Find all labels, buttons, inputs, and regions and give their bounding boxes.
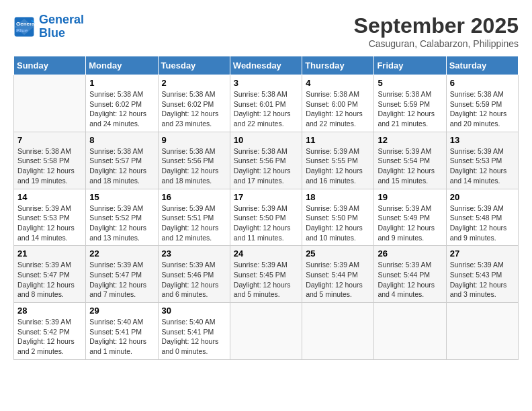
- day-info: Sunrise: 5:38 AM Sunset: 5:56 PM Dayligh…: [234, 146, 298, 186]
- day-info: Sunrise: 5:38 AM Sunset: 5:59 PM Dayligh…: [450, 89, 515, 129]
- calendar-cell: 11Sunrise: 5:39 AM Sunset: 5:55 PM Dayli…: [302, 132, 374, 189]
- calendar-cell: 23Sunrise: 5:39 AM Sunset: 5:46 PM Dayli…: [158, 246, 230, 303]
- day-number: 18: [306, 192, 370, 202]
- calendar-cell: 29Sunrise: 5:40 AM Sunset: 5:41 PM Dayli…: [86, 303, 158, 360]
- day-info: Sunrise: 5:38 AM Sunset: 5:58 PM Dayligh…: [17, 146, 82, 186]
- calendar-cell: 28Sunrise: 5:39 AM Sunset: 5:42 PM Dayli…: [14, 303, 86, 360]
- day-number: 2: [162, 78, 226, 88]
- day-number: 6: [450, 78, 515, 88]
- day-number: 23: [162, 248, 226, 259]
- day-number: 26: [378, 248, 442, 259]
- day-number: 8: [89, 135, 154, 145]
- calendar-table: SundayMondayTuesdayWednesdayThursdayFrid…: [13, 56, 519, 360]
- day-info: Sunrise: 5:39 AM Sunset: 5:43 PM Dayligh…: [450, 260, 515, 300]
- calendar-cell: 7Sunrise: 5:38 AM Sunset: 5:58 PM Daylig…: [14, 132, 86, 189]
- day-info: Sunrise: 5:39 AM Sunset: 5:48 PM Dayligh…: [450, 203, 515, 243]
- calendar-cell: 8Sunrise: 5:38 AM Sunset: 5:57 PM Daylig…: [86, 132, 158, 189]
- calendar-cell: 25Sunrise: 5:39 AM Sunset: 5:44 PM Dayli…: [302, 246, 374, 303]
- calendar-cell: 1Sunrise: 5:38 AM Sunset: 6:02 PM Daylig…: [86, 75, 158, 132]
- calendar-cell: 22Sunrise: 5:39 AM Sunset: 5:47 PM Dayli…: [86, 246, 158, 303]
- day-number: 15: [89, 192, 154, 202]
- col-header-thursday: Thursday: [302, 56, 374, 75]
- calendar-cell: 2Sunrise: 5:38 AM Sunset: 6:02 PM Daylig…: [158, 75, 230, 132]
- day-info: Sunrise: 5:39 AM Sunset: 5:55 PM Dayligh…: [306, 146, 370, 186]
- day-number: 28: [17, 306, 82, 316]
- calendar-cell: [14, 75, 86, 132]
- day-info: Sunrise: 5:39 AM Sunset: 5:46 PM Dayligh…: [162, 260, 226, 300]
- day-number: 14: [17, 192, 82, 202]
- day-info: Sunrise: 5:38 AM Sunset: 6:02 PM Dayligh…: [162, 89, 226, 129]
- page-header: General Blue General Blue September 2025…: [13, 13, 519, 49]
- day-info: Sunrise: 5:39 AM Sunset: 5:52 PM Dayligh…: [89, 203, 154, 243]
- day-number: 20: [450, 192, 515, 202]
- logo: General Blue General Blue: [13, 13, 84, 40]
- calendar-cell: 27Sunrise: 5:39 AM Sunset: 5:43 PM Dayli…: [446, 246, 518, 303]
- calendar-cell: 12Sunrise: 5:39 AM Sunset: 5:54 PM Dayli…: [374, 132, 446, 189]
- day-number: 11: [306, 135, 370, 145]
- day-info: Sunrise: 5:40 AM Sunset: 5:41 PM Dayligh…: [89, 317, 154, 357]
- week-row-2: 7Sunrise: 5:38 AM Sunset: 5:58 PM Daylig…: [14, 132, 519, 189]
- svg-text:General: General: [16, 21, 35, 27]
- col-header-wednesday: Wednesday: [230, 56, 302, 75]
- calendar-cell: 10Sunrise: 5:38 AM Sunset: 5:56 PM Dayli…: [230, 132, 302, 189]
- day-info: Sunrise: 5:38 AM Sunset: 5:59 PM Dayligh…: [378, 89, 442, 129]
- calendar-cell: [446, 303, 518, 360]
- day-info: Sunrise: 5:38 AM Sunset: 6:01 PM Dayligh…: [234, 89, 298, 129]
- calendar-cell: 17Sunrise: 5:39 AM Sunset: 5:50 PM Dayli…: [230, 189, 302, 246]
- day-info: Sunrise: 5:39 AM Sunset: 5:47 PM Dayligh…: [89, 260, 154, 300]
- calendar-cell: 19Sunrise: 5:39 AM Sunset: 5:49 PM Dayli…: [374, 189, 446, 246]
- col-header-friday: Friday: [374, 56, 446, 75]
- calendar-cell: 26Sunrise: 5:39 AM Sunset: 5:44 PM Dayli…: [374, 246, 446, 303]
- calendar-cell: [302, 303, 374, 360]
- day-info: Sunrise: 5:39 AM Sunset: 5:53 PM Dayligh…: [450, 146, 515, 186]
- col-header-monday: Monday: [86, 56, 158, 75]
- calendar-cell: 16Sunrise: 5:39 AM Sunset: 5:51 PM Dayli…: [158, 189, 230, 246]
- calendar-cell: 14Sunrise: 5:39 AM Sunset: 5:53 PM Dayli…: [14, 189, 86, 246]
- week-row-3: 14Sunrise: 5:39 AM Sunset: 5:53 PM Dayli…: [14, 189, 519, 246]
- month-title: September 2025: [354, 13, 519, 38]
- day-number: 9: [162, 135, 226, 145]
- day-info: Sunrise: 5:39 AM Sunset: 5:50 PM Dayligh…: [306, 203, 370, 243]
- day-info: Sunrise: 5:38 AM Sunset: 6:00 PM Dayligh…: [306, 89, 370, 129]
- col-header-saturday: Saturday: [446, 56, 518, 75]
- calendar-cell: 5Sunrise: 5:38 AM Sunset: 5:59 PM Daylig…: [374, 75, 446, 132]
- day-info: Sunrise: 5:39 AM Sunset: 5:47 PM Dayligh…: [17, 260, 82, 300]
- day-info: Sunrise: 5:38 AM Sunset: 5:57 PM Dayligh…: [89, 146, 154, 186]
- col-header-sunday: Sunday: [14, 56, 86, 75]
- day-number: 10: [234, 135, 298, 145]
- day-info: Sunrise: 5:39 AM Sunset: 5:44 PM Dayligh…: [306, 260, 370, 300]
- day-number: 5: [378, 78, 442, 88]
- day-number: 30: [162, 306, 226, 316]
- header-row: SundayMondayTuesdayWednesdayThursdayFrid…: [14, 56, 519, 75]
- calendar-cell: [374, 303, 446, 360]
- calendar-cell: 21Sunrise: 5:39 AM Sunset: 5:47 PM Dayli…: [14, 246, 86, 303]
- day-info: Sunrise: 5:39 AM Sunset: 5:49 PM Dayligh…: [378, 203, 442, 243]
- day-number: 7: [17, 135, 82, 145]
- subtitle: Casuguran, Calabarzon, Philippines: [354, 38, 519, 49]
- day-number: 16: [162, 192, 226, 202]
- calendar-cell: 20Sunrise: 5:39 AM Sunset: 5:48 PM Dayli…: [446, 189, 518, 246]
- day-info: Sunrise: 5:39 AM Sunset: 5:51 PM Dayligh…: [162, 203, 226, 243]
- day-info: Sunrise: 5:38 AM Sunset: 5:56 PM Dayligh…: [162, 146, 226, 186]
- week-row-5: 28Sunrise: 5:39 AM Sunset: 5:42 PM Dayli…: [14, 303, 519, 360]
- day-number: 25: [306, 248, 370, 259]
- day-number: 19: [378, 192, 442, 202]
- day-number: 17: [234, 192, 298, 202]
- svg-text:Blue: Blue: [16, 28, 28, 34]
- day-number: 27: [450, 248, 515, 259]
- day-number: 22: [89, 248, 154, 259]
- calendar-cell: 6Sunrise: 5:38 AM Sunset: 5:59 PM Daylig…: [446, 75, 518, 132]
- week-row-1: 1Sunrise: 5:38 AM Sunset: 6:02 PM Daylig…: [14, 75, 519, 132]
- day-number: 24: [234, 248, 298, 259]
- day-number: 29: [89, 306, 154, 316]
- day-info: Sunrise: 5:38 AM Sunset: 6:02 PM Dayligh…: [89, 89, 154, 129]
- calendar-cell: 15Sunrise: 5:39 AM Sunset: 5:52 PM Dayli…: [86, 189, 158, 246]
- day-number: 1: [89, 78, 154, 88]
- calendar-cell: 18Sunrise: 5:39 AM Sunset: 5:50 PM Dayli…: [302, 189, 374, 246]
- logo-text: General Blue: [39, 13, 84, 40]
- calendar-cell: 24Sunrise: 5:39 AM Sunset: 5:45 PM Dayli…: [230, 246, 302, 303]
- day-number: 21: [17, 248, 82, 259]
- day-info: Sunrise: 5:39 AM Sunset: 5:44 PM Dayligh…: [378, 260, 442, 300]
- day-info: Sunrise: 5:39 AM Sunset: 5:42 PM Dayligh…: [17, 317, 82, 357]
- calendar-cell: 3Sunrise: 5:38 AM Sunset: 6:01 PM Daylig…: [230, 75, 302, 132]
